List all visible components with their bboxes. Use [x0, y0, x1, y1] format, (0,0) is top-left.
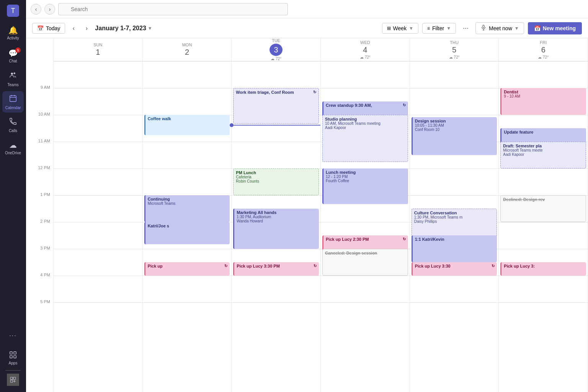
date-range-chevron: ▼: [148, 26, 152, 31]
event-design-session[interactable]: Design session10:05 - 11:30 AMConf Room …: [412, 117, 497, 155]
event-lunch-meeting[interactable]: Lunch meeting12 - 1:20 PMFourth Coffee: [322, 168, 408, 204]
sidebar: T 🔔 Activity 💬 Chat 1 Teams: [0, 0, 26, 392]
time-label: 2 PM: [26, 218, 53, 245]
meet-now-button[interactable]: Meet now ▼: [475, 22, 524, 34]
time-column: 9 AM10 AM11 AM12 PM1 PM2 PM3 PM4 PM5 PM: [26, 38, 54, 392]
recurring-icon: ↻: [403, 237, 406, 241]
sidebar-item-teams[interactable]: Teams: [2, 68, 24, 90]
today-button[interactable]: 📅 Today: [32, 23, 65, 34]
sidebar-item-apps-label: Apps: [9, 361, 18, 365]
sidebar-item-calls[interactable]: Calls: [2, 114, 24, 136]
meet-now-label: Meet now: [489, 25, 512, 31]
event-dentist[interactable]: Dentist9 - 10 AM: [500, 88, 586, 115]
sidebar-item-chat[interactable]: 💬 Chat 1: [2, 45, 24, 67]
sidebar-item-calls-label: Calls: [9, 129, 17, 133]
filter-button[interactable]: ≡ Filter ▼: [422, 23, 456, 34]
current-time-line: [232, 125, 320, 126]
filter-icon: ≡: [427, 26, 430, 31]
svg-rect-10: [10, 356, 12, 358]
day-col-fri: Dentist9 - 10 AMUpdate featureDraft: Sem…: [499, 61, 588, 392]
mic-icon: [480, 24, 487, 32]
recurring-icon: ↻: [403, 103, 406, 107]
app-logo: T: [5, 3, 21, 18]
new-meeting-icon: 📅: [534, 25, 541, 31]
topbar: ‹ › 🔍: [26, 0, 588, 18]
day-col-wed: Crew standup 9:30 AM,↻Studio planning10 …: [321, 61, 410, 392]
event-canceled-design[interactable]: Canceled: Design session: [322, 249, 408, 276]
day-col-sun: [54, 61, 143, 392]
sidebar-item-chat-label: Chat: [9, 59, 17, 63]
weather-thu: ☁ 72°: [449, 55, 460, 59]
event-coffee-walk[interactable]: Coffee walk: [144, 115, 230, 135]
time-label: 5 PM: [26, 299, 53, 325]
days-container: Sun1Mon2Tue3☁ 72°Wed4☁ 72°Thu5☁ 72°Fri6☁…: [54, 38, 588, 392]
time-label: 10 AM: [26, 111, 53, 138]
day-header-tue: Tue3☁ 72°: [232, 38, 321, 61]
sidebar-item-onedrive[interactable]: ☁ OneDrive: [2, 137, 24, 158]
days-body: Coffee walkContinuingMicrosoft TeamsKatr…: [54, 61, 588, 392]
search-input[interactable]: [58, 3, 288, 15]
sidebar-item-onedrive-label: OneDrive: [5, 151, 21, 155]
svg-point-3: [13, 72, 15, 74]
time-label: 9 AM: [26, 84, 53, 111]
teams-icon: [9, 71, 17, 82]
expand-icon[interactable]: [7, 374, 19, 386]
day-col-tue: Work item triage, Conf Room↻PM LunchCafe…: [232, 61, 321, 392]
sidebar-item-activity[interactable]: 🔔 Activity: [2, 22, 24, 44]
svg-rect-4: [10, 95, 16, 101]
forward-button[interactable]: ›: [44, 4, 55, 15]
calendar-small-icon: 📅: [37, 25, 44, 31]
event-studio-planning[interactable]: Studio planning10 AM, Microsoft Teams me…: [322, 115, 408, 162]
day-header-thu: Thu5☁ 72°: [410, 38, 499, 61]
recurring-icon: ↻: [492, 264, 495, 268]
event-pick-up-lucy-tue[interactable]: Pick up Lucy 3:30 PM↻: [233, 262, 319, 276]
svg-rect-17: [483, 25, 484, 28]
week-view-button[interactable]: ⊞ Week ▼: [382, 23, 418, 34]
today-label: Today: [46, 25, 60, 31]
calls-icon: [9, 117, 17, 127]
weather-tue: ☁ 72°: [271, 57, 281, 61]
day-col-mon: Coffee walkContinuingMicrosoft TeamsKatr…: [143, 61, 232, 392]
sidebar-item-apps[interactable]: Apps: [2, 347, 24, 369]
day-header-fri: Fri6☁ 72°: [499, 38, 588, 61]
time-label: 11 AM: [26, 138, 53, 165]
calendar-icon: [9, 94, 17, 105]
svg-rect-13: [13, 377, 16, 379]
calendar-toolbar: 📅 Today ‹ › January 1-7, 2023 ▼ ⊞ Week ▼…: [26, 18, 588, 38]
event-1on1-katri[interactable]: 1:1 Katri/Kevin: [412, 235, 497, 262]
event-pm-lunch[interactable]: PM LunchCafeteriaRobin Counts: [233, 168, 319, 195]
event-draft-semester[interactable]: Draft: Semester plaMicrosoft Teams meete…: [500, 142, 586, 168]
weather-wed: ☁ 72°: [360, 55, 371, 59]
svg-point-2: [11, 72, 13, 75]
prev-week-button[interactable]: ‹: [69, 24, 78, 33]
event-declined-design[interactable]: Declined: Design rev: [500, 195, 586, 222]
next-week-button[interactable]: ›: [82, 24, 91, 33]
event-katri-joe[interactable]: Katri/Joe s: [144, 222, 230, 244]
date-range[interactable]: January 1-7, 2023 ▼: [95, 25, 152, 32]
back-button[interactable]: ‹: [31, 4, 41, 15]
event-pick-up-mon[interactable]: Pick up↻: [144, 262, 230, 276]
recurring-icon: ↻: [313, 90, 316, 94]
event-pick-up-lucy-thu[interactable]: Pick up Lucy 3:30↻: [412, 262, 497, 276]
sidebar-item-more[interactable]: ···: [2, 325, 24, 346]
svg-rect-8: [10, 352, 12, 354]
new-meeting-button[interactable]: 📅 New meeting: [528, 22, 582, 34]
event-continuing[interactable]: ContinuingMicrosoft Teams: [144, 195, 230, 222]
event-pick-up-lucy-fri[interactable]: Pick up Lucy 3:: [500, 262, 586, 276]
chat-badge: 1: [15, 47, 21, 53]
new-meeting-label: New meeting: [543, 25, 576, 31]
days-header: Sun1Mon2Tue3☁ 72°Wed4☁ 72°Thu5☁ 72°Fri6☁…: [54, 38, 588, 61]
time-label: 1 PM: [26, 191, 53, 218]
event-marketing-allhands[interactable]: Marketing All hands1:30 PM, AuditoriumWa…: [233, 209, 319, 249]
more-dots-icon: ···: [9, 332, 16, 339]
more-options-button[interactable]: ···: [460, 23, 472, 34]
event-work-item-triage[interactable]: Work item triage, Conf Room↻: [233, 88, 319, 124]
sidebar-item-calendar-label: Calendar: [5, 106, 21, 110]
sidebar-item-teams-label: Teams: [7, 83, 18, 87]
activity-icon: 🔔: [8, 26, 18, 35]
sidebar-item-calendar[interactable]: Calendar: [2, 91, 24, 113]
onedrive-icon: ☁: [9, 140, 17, 150]
filter-chevron: ▼: [446, 26, 451, 31]
day-header-wed: Wed4☁ 72°: [321, 38, 410, 61]
meet-now-chevron: ▼: [514, 26, 519, 31]
